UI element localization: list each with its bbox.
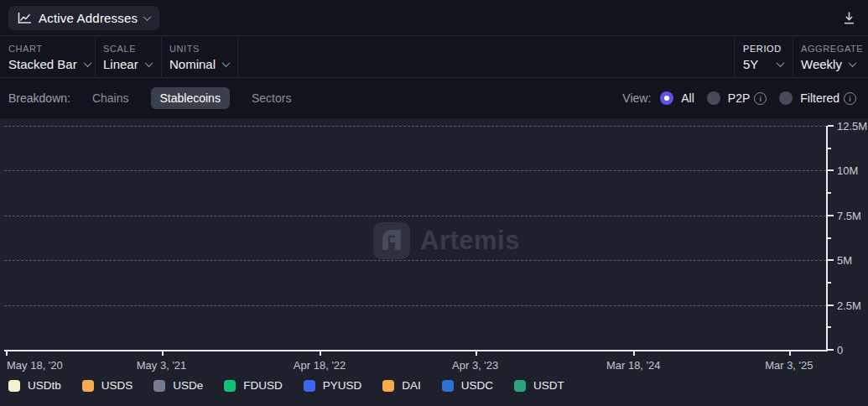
chart-controls-bar: CHART Stacked Bar SCALE Linear UNITS Nom… — [0, 37, 868, 78]
legend-swatch — [304, 380, 315, 392]
legend-label: USDtb — [28, 379, 61, 392]
y-tick — [828, 125, 834, 127]
info-icon[interactable]: i — [844, 92, 856, 105]
chart-type-value: Stacked Bar — [8, 57, 77, 71]
divider — [237, 37, 238, 78]
control-period: PERIOD 5Y — [743, 37, 783, 78]
legend-swatch — [382, 380, 394, 392]
view-option-p2p-label: P2P — [728, 91, 750, 105]
control-chart-type: CHART Stacked Bar — [8, 37, 91, 78]
view-option-filtered-label: Filtered — [800, 91, 839, 105]
view-radio-all[interactable] — [660, 91, 673, 105]
control-aggregate: AGGREGATE Weekly — [801, 37, 863, 78]
legend-item-usds[interactable]: USDS — [82, 379, 133, 392]
control-label: PERIOD — [743, 44, 783, 54]
divider — [95, 37, 96, 78]
legend-label: USDe — [173, 379, 203, 392]
chevron-down-icon — [777, 59, 785, 67]
legend-item-fdusd[interactable]: FDUSD — [224, 379, 283, 392]
download-button[interactable] — [842, 11, 857, 26]
legend-item-usdt[interactable]: USDT — [514, 379, 564, 392]
scale-dropdown[interactable]: Linear — [103, 57, 152, 71]
breakdown-option-stablecoins[interactable]: Stablecoins — [151, 87, 230, 109]
control-label: UNITS — [169, 44, 229, 54]
divider — [793, 37, 793, 78]
header-bar: Active Addresses — [0, 0, 868, 36]
divider — [161, 37, 162, 78]
info-icon[interactable]: i — [754, 92, 767, 105]
y-tick — [828, 304, 834, 306]
stacked-bars — [5, 126, 826, 350]
x-tick — [789, 351, 791, 356]
x-tick — [320, 351, 321, 356]
breakdown-label: Breakdown: — [8, 91, 70, 105]
breakdown-bar: Breakdown: Chains Stablecoins Sectors — [8, 79, 291, 117]
legend-swatch — [82, 380, 94, 392]
y-tick-label: 12.5M — [837, 120, 867, 133]
y-tick-label: 7.5M — [837, 209, 861, 221]
chevron-down-icon — [83, 59, 91, 67]
chevron-down-icon — [848, 59, 856, 67]
x-tick-label: Mar 3, '25 — [765, 359, 813, 372]
period-dropdown[interactable]: 5Y — [743, 57, 783, 71]
legend-label: DAI — [402, 379, 421, 392]
legend-swatch — [442, 380, 454, 392]
y-axis — [826, 126, 828, 351]
x-tick — [476, 351, 477, 356]
legend-label: FDUSD — [243, 379, 283, 392]
chart-area: Artemis 12.5M10M7.5M5M2.5M0 May 18, '20M… — [0, 118, 868, 406]
legend-label: USDT — [533, 379, 564, 392]
units-dropdown[interactable]: Nominal — [169, 57, 229, 71]
plot-region[interactable] — [4, 126, 826, 350]
control-label: SCALE — [103, 44, 152, 54]
period-value: 5Y — [743, 57, 758, 71]
y-minor-tick — [828, 237, 831, 239]
legend-label: PYUSD — [323, 379, 362, 392]
control-label: CHART — [8, 44, 91, 54]
chart-legend: USDtbUSDSUSDeFDUSDPYUSDDAIUSDCUSDT — [8, 379, 564, 392]
breakdown-option-sectors[interactable]: Sectors — [252, 91, 291, 105]
legend-item-usdc[interactable]: USDC — [442, 379, 493, 392]
x-tick-label: May 3, '21 — [137, 359, 187, 372]
chart-type-dropdown[interactable]: Stacked Bar — [8, 57, 91, 71]
y-minor-tick — [828, 192, 831, 194]
legend-item-dai[interactable]: DAI — [382, 379, 421, 392]
legend-swatch — [514, 380, 526, 392]
y-tick — [828, 259, 834, 261]
view-radio-p2p[interactable] — [707, 91, 720, 105]
legend-label: USDS — [101, 379, 133, 392]
control-units: UNITS Nominal — [169, 37, 229, 78]
x-axis — [4, 350, 828, 351]
y-minor-tick — [828, 326, 831, 328]
x-tick — [162, 351, 164, 356]
control-label: AGGREGATE — [801, 44, 863, 54]
aggregate-value: Weekly — [801, 57, 842, 71]
view-bar: View: All P2P i Filtered i — [622, 79, 856, 117]
chevron-down-icon — [143, 13, 152, 21]
legend-item-usdtb[interactable]: USDtb — [8, 379, 61, 392]
x-tick-label: May 18, '20 — [7, 359, 63, 372]
chevron-down-icon — [144, 59, 153, 67]
legend-swatch — [8, 380, 20, 392]
view-label: View: — [622, 91, 651, 105]
legend-swatch — [153, 380, 165, 392]
control-scale: SCALE Linear — [103, 37, 152, 78]
chevron-down-icon — [222, 59, 231, 67]
page-title: Active Addresses — [39, 11, 138, 25]
view-radio-filtered[interactable] — [779, 91, 793, 105]
metric-selector-button[interactable]: Active Addresses — [8, 6, 159, 30]
legend-item-pyusd[interactable]: PYUSD — [304, 379, 362, 392]
y-tick-label: 0 — [837, 344, 843, 357]
x-tick — [6, 351, 8, 356]
y-tick — [828, 349, 834, 351]
y-tick — [828, 215, 834, 216]
legend-item-usde[interactable]: USDe — [153, 379, 203, 392]
breakdown-option-chains[interactable]: Chains — [92, 91, 129, 105]
y-tick-label: 5M — [837, 254, 852, 267]
aggregate-dropdown[interactable]: Weekly — [801, 57, 863, 71]
line-chart-icon — [18, 12, 32, 24]
view-option-all-label: All — [681, 91, 694, 105]
y-minor-tick — [828, 148, 831, 149]
legend-label: USDC — [461, 379, 493, 392]
x-tick-label: Apr 18, '22 — [294, 359, 346, 372]
